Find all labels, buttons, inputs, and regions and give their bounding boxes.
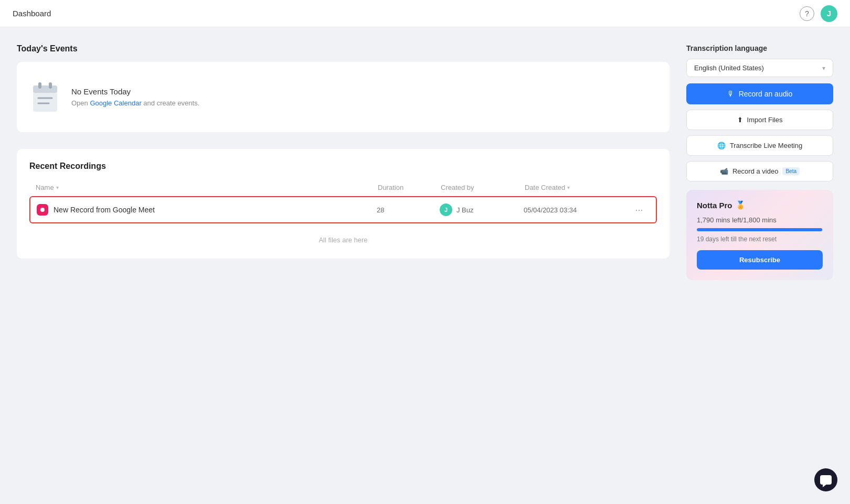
chat-bubble-button[interactable]: [814, 468, 837, 491]
record-icon: [37, 204, 48, 216]
svg-rect-4: [38, 82, 41, 89]
sort-arrow-date: ▾: [567, 185, 570, 190]
record-video-label: Record a video: [732, 167, 778, 175]
row-date-cell: 05/04/2023 03:34: [524, 206, 629, 214]
import-files-label: Import Files: [747, 116, 783, 124]
col-duration-header: Duration: [378, 184, 441, 191]
col-actions-header: [630, 184, 651, 191]
col-name-header[interactable]: Name ▾: [36, 184, 378, 191]
svg-rect-5: [49, 82, 52, 89]
resubscribe-button[interactable]: Resubscribe: [697, 250, 823, 270]
pro-mins-text: 1,790 mins left/1,800 mins: [697, 216, 823, 224]
recordings-section: Recent Recordings Name ▾ Duration Create…: [17, 149, 670, 259]
all-files-note: All files are here: [29, 228, 657, 246]
events-section-title: Today's Events: [17, 44, 670, 53]
pro-card-emoji: 🏅: [736, 200, 746, 210]
recordings-section-title: Recent Recordings: [29, 162, 657, 171]
import-files-button[interactable]: ⬆ Import Files: [686, 110, 833, 130]
mic-icon: 🎙: [727, 90, 735, 98]
reset-text: 19 days left till the next reset: [697, 235, 823, 243]
language-select[interactable]: English (United States) ▾: [686, 59, 833, 77]
main-layout: Today's Events No Events Today Open Goog…: [0, 27, 850, 280]
pro-card: Notta Pro 🏅 1,790 mins left/1,800 mins 1…: [686, 190, 833, 280]
topbar: Dashboard ? J: [0, 0, 850, 27]
transcribe-meeting-button[interactable]: 🌐 Transcribe Live Meeting: [686, 135, 833, 156]
sort-arrow-name: ▾: [56, 185, 59, 190]
google-calendar-link[interactable]: Google Calendar: [90, 99, 141, 107]
transcribe-meeting-label: Transcribe Live Meeting: [730, 142, 802, 149]
record-audio-label: Record an audio: [739, 90, 793, 98]
row-file-name: New Record from Google Meet: [54, 206, 155, 214]
no-events-icon: [29, 79, 61, 115]
row-duration-cell: 28: [377, 206, 440, 214]
record-audio-button[interactable]: 🎙 Record an audio: [686, 83, 833, 104]
video-icon: 📹: [720, 167, 728, 175]
chevron-down-icon: ▾: [822, 65, 825, 72]
row-more-button[interactable]: ···: [629, 205, 650, 216]
row-name-cell: New Record from Google Meet: [37, 204, 377, 216]
row-creator-cell: J J Buz: [440, 203, 524, 216]
topbar-icons: ? J: [800, 5, 837, 22]
help-icon[interactable]: ?: [800, 6, 814, 21]
progress-bar-bg: [697, 228, 823, 231]
globe-icon: 🌐: [717, 142, 726, 149]
pro-card-name: Notta Pro: [697, 201, 732, 210]
col-creator-header: Created by: [441, 184, 525, 191]
no-events-title: No Events Today: [71, 87, 199, 96]
table-header: Name ▾ Duration Created by Date Created …: [29, 179, 657, 196]
page-title: Dashboard: [13, 9, 51, 18]
beta-badge: Beta: [782, 167, 800, 175]
record-video-button[interactable]: 📹 Record a video Beta: [686, 161, 833, 181]
col-date-header[interactable]: Date Created ▾: [525, 184, 630, 191]
creator-name: J Buz: [456, 206, 474, 214]
svg-rect-1: [33, 85, 57, 93]
events-card: No Events Today Open Google Calendar and…: [17, 62, 670, 132]
no-events-text-block: No Events Today Open Google Calendar and…: [71, 87, 199, 107]
table-row[interactable]: New Record from Google Meet 28 J J Buz 0…: [29, 196, 657, 223]
transcription-lang-label: Transcription language: [686, 44, 833, 52]
pro-card-title: Notta Pro 🏅: [697, 200, 823, 210]
chat-bubble-icon: [820, 475, 832, 485]
upload-icon: ⬆: [737, 116, 743, 124]
no-events-subtitle: Open Google Calendar and create events.: [71, 99, 199, 107]
right-sidebar: Transcription language English (United S…: [686, 44, 833, 280]
creator-avatar: J: [440, 203, 452, 216]
content-area: Today's Events No Events Today Open Goog…: [17, 44, 670, 259]
avatar[interactable]: J: [821, 5, 837, 22]
progress-bar-fill: [697, 228, 822, 231]
language-value: English (United States): [694, 64, 764, 72]
